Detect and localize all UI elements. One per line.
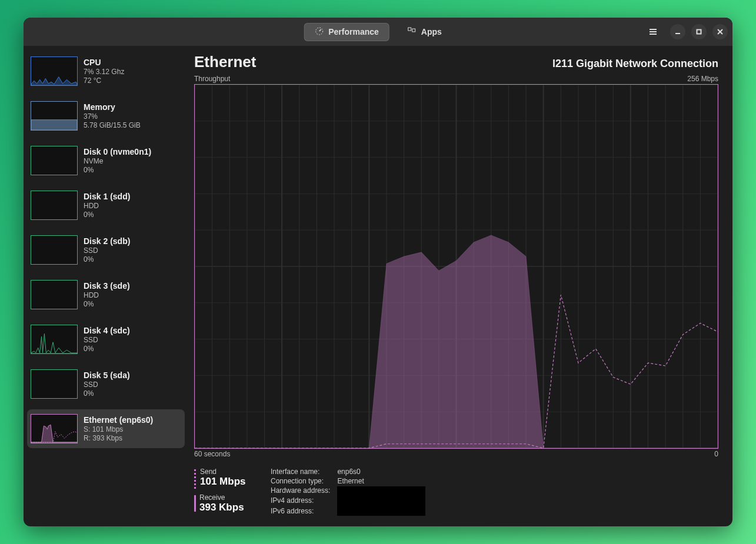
hamburger-icon xyxy=(649,28,657,36)
sidebar-item-title: Disk 4 (sdc) xyxy=(84,326,130,335)
sidebar-item-title: Disk 1 (sdd) xyxy=(84,192,130,201)
thumbnail-chart xyxy=(31,56,78,86)
sidebar-item-disk-4-sdc[interactable]: Disk 4 (sdc)SSD0% xyxy=(27,320,185,359)
sidebar-item-sub1: SSD xyxy=(84,381,130,389)
hw-addr-label: Hardware address: xyxy=(271,486,330,495)
sidebar-item-sub2: 0% xyxy=(84,345,130,353)
sidebar-item-memory[interactable]: Memory37%5.78 GiB/15.5 GiB xyxy=(27,96,185,135)
sidebar: CPU7% 3.12 Ghz72 °CMemory37%5.78 GiB/15.… xyxy=(24,46,188,526)
receive-label: Receive xyxy=(199,493,244,502)
chart-y-max: 256 Mbps xyxy=(687,75,718,83)
iface-name-label: Interface name: xyxy=(271,468,330,476)
thumbnail-chart xyxy=(31,369,78,399)
send-label: Send xyxy=(200,468,245,476)
send-value: 101 Mbps xyxy=(200,476,245,488)
conn-type-value: Ethernet xyxy=(337,477,425,485)
apps-icon xyxy=(407,26,417,38)
sidebar-item-cpu[interactable]: CPU7% 3.12 Ghz72 °C xyxy=(27,52,185,91)
hamburger-menu-button[interactable] xyxy=(645,24,661,39)
connection-details: Interface name: enp6s0 Connection type: … xyxy=(271,468,425,516)
speedometer-icon xyxy=(314,26,324,38)
receive-value: 393 Kbps xyxy=(199,502,244,513)
throughput-chart xyxy=(194,84,718,449)
sidebar-item-title: Disk 0 (nvme0n1) xyxy=(84,147,151,156)
sidebar-item-sub2: 72 °C xyxy=(84,76,124,85)
maximize-button[interactable] xyxy=(691,24,707,39)
sidebar-item-sub2: 0% xyxy=(84,389,130,398)
chart-x-max: 60 seconds xyxy=(194,450,230,458)
minimize-button[interactable] xyxy=(670,24,685,39)
sidebar-item-sub1: HDD xyxy=(84,202,130,210)
thumbnail-chart xyxy=(31,235,78,265)
svg-rect-2 xyxy=(408,28,411,31)
ipv6-label: IPv6 address: xyxy=(271,507,330,516)
titlebar: Performance Apps xyxy=(24,18,732,46)
chart-x-min: 0 xyxy=(714,450,718,458)
svg-line-1 xyxy=(319,29,321,31)
view-switcher: Performance Apps xyxy=(304,23,452,41)
sidebar-item-sub2: 5.78 GiB/15.5 GiB xyxy=(84,121,141,129)
tab-performance-label: Performance xyxy=(328,27,379,36)
sidebar-item-disk-5-sda[interactable]: Disk 5 (sda)SSD0% xyxy=(27,365,185,403)
device-name: I211 Gigabit Network Connection xyxy=(552,58,718,70)
send-legend-icon xyxy=(194,468,197,489)
sidebar-item-sub2: 0% xyxy=(84,255,130,263)
close-icon xyxy=(717,28,724,35)
sidebar-item-sub2: 0% xyxy=(84,300,130,308)
tab-performance[interactable]: Performance xyxy=(304,23,389,41)
sidebar-item-sub1: 37% xyxy=(84,112,141,121)
sidebar-item-sub1: HDD xyxy=(84,291,130,299)
sidebar-item-sub1: S: 101 Mbps xyxy=(84,425,153,433)
sidebar-item-title: Disk 3 (sde) xyxy=(84,281,130,291)
iface-name-value: enp6s0 xyxy=(337,468,425,476)
sidebar-item-sub2: 0% xyxy=(84,166,151,174)
thumbnail-chart xyxy=(31,414,78,443)
sidebar-item-disk-1-sdd[interactable]: Disk 1 (sdd)HDD0% xyxy=(27,186,185,225)
sidebar-item-title: Ethernet (enp6s0) xyxy=(84,415,153,425)
sidebar-item-disk-3-sde[interactable]: Disk 3 (sde)HDD0% xyxy=(27,275,185,314)
close-button[interactable] xyxy=(712,24,728,39)
conn-type-label: Connection type: xyxy=(271,477,330,485)
minimize-icon xyxy=(674,28,681,35)
sidebar-item-ethernet-enp6s0[interactable]: Ethernet (enp6s0)S: 101 MbpsR: 393 Kbps xyxy=(27,409,185,448)
svg-rect-3 xyxy=(412,29,415,32)
tab-apps[interactable]: Apps xyxy=(397,23,452,41)
sidebar-item-title: Disk 5 (sda) xyxy=(84,371,130,380)
thumbnail-chart xyxy=(31,146,78,175)
sidebar-item-disk-0-nvme0n1[interactable]: Disk 0 (nvme0n1)NVMe0% xyxy=(27,141,185,180)
thumbnail-chart xyxy=(31,325,78,354)
thumbnail-chart xyxy=(31,280,78,309)
sidebar-item-sub1: 7% 3.12 Ghz xyxy=(84,68,124,76)
page-title: Ethernet xyxy=(194,53,256,71)
redacted-addresses xyxy=(337,486,425,516)
tab-apps-label: Apps xyxy=(421,27,442,36)
thumbnail-chart xyxy=(31,191,78,220)
thumbnail-chart xyxy=(31,101,78,131)
svg-rect-8 xyxy=(697,30,701,34)
app-window: Performance Apps CPU7% 3 xyxy=(24,18,732,526)
sidebar-item-title: Disk 2 (sdb) xyxy=(84,236,130,246)
sidebar-item-sub1: SSD xyxy=(84,246,130,255)
sidebar-item-title: Memory xyxy=(84,102,141,112)
ipv4-label: IPv4 address: xyxy=(271,496,330,505)
sidebar-item-title: CPU xyxy=(84,58,124,67)
chart-y-label: Throughput xyxy=(194,75,230,83)
main-panel: Ethernet I211 Gigabit Network Connection… xyxy=(188,46,732,526)
sidebar-item-sub1: SSD xyxy=(84,336,130,344)
receive-legend-icon xyxy=(194,495,196,512)
sidebar-item-sub1: NVMe xyxy=(84,157,151,165)
sidebar-item-disk-2-sdb[interactable]: Disk 2 (sdb)SSD0% xyxy=(27,231,185,269)
maximize-icon xyxy=(695,28,702,35)
sidebar-item-sub2: 0% xyxy=(84,211,130,219)
sidebar-item-sub2: R: 393 Kbps xyxy=(84,434,153,442)
